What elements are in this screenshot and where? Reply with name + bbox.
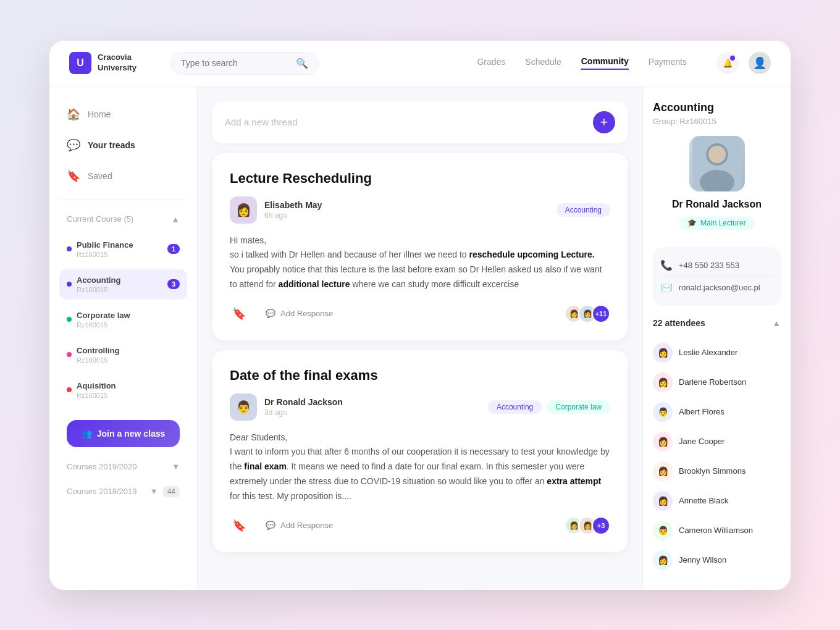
thread-meta-1: 👩 Elisabeth May 6h ago Accounting	[230, 196, 610, 224]
attendee-avatar-leslie: 👩	[653, 343, 673, 363]
course-info-controlling: Controlling Rz160015	[77, 346, 119, 364]
attendee-darlene: 👩 Darlene Robertson	[653, 368, 781, 397]
avatar-stack-1: 👩 👩 +11	[565, 304, 610, 323]
lecturer-section: Dr Ronald Jackson 🎓 Main Lecturer	[653, 136, 781, 247]
attendee-avatar-jane: 👩	[653, 432, 673, 452]
course-dot-public-finance	[67, 246, 72, 251]
attendee-cameron: 👨 Cameron Williamson	[653, 516, 781, 545]
sidebar: 🏠 Home 💬 Your treads 🔖 Saved Current Cou…	[49, 86, 198, 590]
response-label-2: Add Response	[280, 521, 333, 530]
search-input[interactable]	[181, 58, 291, 68]
thread-title-2: Date of the final exams	[230, 368, 610, 384]
course-id-public-finance: Rz160015	[77, 251, 133, 258]
attendee-name-jenny: Jenny Wilson	[679, 555, 726, 565]
footer-left-1: 🔖 💬 Add Response	[230, 304, 340, 323]
course-left-corporate: Corporate law Rz160015	[67, 311, 130, 329]
user-avatar-button[interactable]: 👤	[749, 52, 771, 74]
tags-row-2: Accounting Corporate law	[488, 400, 610, 414]
response-button-2[interactable]: 💬 Add Response	[258, 517, 340, 534]
sidebar-home-label: Home	[88, 109, 111, 119]
bookmark-button-1[interactable]: 🔖	[230, 304, 248, 323]
add-thread-button[interactable]: +	[593, 111, 615, 133]
attendee-annette: 👩 Annette Black	[653, 486, 781, 516]
home-icon: 🏠	[67, 107, 80, 121]
course-item-corporate[interactable]: Corporate law Rz160015	[59, 304, 187, 335]
lecturer-name: Dr Ronald Jackson	[672, 199, 762, 210]
author-name-1: Elisabeth May	[264, 200, 322, 210]
attendees-chevron-icon: ▲	[772, 318, 781, 328]
attendee-leslie: 👩 Leslie Alexander	[653, 338, 781, 368]
author-area-2: 👨 Dr Ronald Jackson 3d ago	[230, 393, 343, 421]
tags-row-1: Accounting	[556, 203, 610, 217]
course-left-aquisition: Aquisition Rz160015	[67, 381, 116, 399]
sidebar-item-treads[interactable]: 💬 Your treads	[59, 132, 187, 158]
course-dot-controlling	[67, 352, 72, 357]
author-time-1: 6h ago	[264, 211, 322, 220]
avatar-count-2: +3	[592, 516, 610, 535]
courses-2018-label: Courses 2018/2019	[67, 487, 136, 496]
response-button-1[interactable]: 💬 Add Response	[258, 305, 340, 322]
avatar-stack-2: 👩 👩 +3	[565, 516, 610, 535]
comment-icon-2: 💬	[266, 521, 275, 530]
attendee-avatar-darlene: 👩	[653, 372, 673, 392]
thread-card-2: Date of the final exams 👨 Dr Ronald Jack…	[212, 350, 628, 552]
courses-2018-section[interactable]: Courses 2018/2019 ▼ 44	[59, 481, 187, 502]
attendee-avatar-annette: 👩	[653, 491, 673, 511]
thread-footer-1: 🔖 💬 Add Response 👩 👩 +11	[230, 304, 610, 323]
lecturer-badge: 🎓 Main Lecturer	[679, 216, 754, 230]
nav-grades[interactable]: Grades	[477, 57, 505, 69]
tag-accounting-1: Accounting	[556, 203, 610, 217]
course-item-controlling[interactable]: Controlling Rz160015	[59, 340, 187, 370]
bookmark-button-2[interactable]: 🔖	[230, 516, 248, 535]
attendees-header[interactable]: 22 attendees ▲	[653, 318, 781, 328]
panel-subtitle: Group: Rz160015	[653, 117, 781, 126]
course-badge-public-finance: 1	[167, 244, 180, 254]
join-icon: 👥	[82, 429, 92, 439]
phone-icon: 📞	[660, 259, 673, 271]
content-area: Add a new thread + Lecture Rescheduling …	[198, 86, 642, 590]
course-id-corporate: Rz160015	[77, 321, 130, 329]
nav-community[interactable]: Community	[581, 56, 629, 70]
courses-2019-section[interactable]: Courses 2019/2020 ▼	[59, 457, 187, 476]
author-avatar-1: 👩	[230, 196, 257, 224]
thread-input-placeholder[interactable]: Add a new thread	[225, 117, 298, 127]
attendees-count: 22 attendees	[653, 318, 705, 328]
attendee-name-brooklyn: Brooklyn Simmons	[679, 466, 746, 476]
attendee-avatar-brooklyn: 👩	[653, 461, 673, 481]
author-name-2: Dr Ronald Jackson	[264, 397, 343, 407]
attendee-name-jane: Jane Cooper	[679, 437, 724, 446]
sidebar-item-saved[interactable]: 🔖 Saved	[59, 163, 187, 189]
attendee-name-cameron: Cameron Williamson	[679, 526, 753, 535]
courses-2019-label: Courses 2019/2020	[67, 462, 136, 471]
course-item-aquisition[interactable]: Aquisition Rz160015	[59, 375, 187, 405]
lecturer-badge-label: Main Lecturer	[700, 219, 746, 227]
join-class-button[interactable]: 👥 Join a new class	[67, 420, 180, 447]
sidebar-item-home[interactable]: 🏠 Home	[59, 101, 187, 127]
courses-2018-count: 44	[163, 486, 180, 497]
author-info-1: Elisabeth May 6h ago	[264, 200, 322, 220]
lecturer-info-box: 📞 +48 550 233 553 ✉️ ronald.jackson@uec.…	[653, 247, 781, 306]
course-id-accounting: Rz160015	[77, 286, 121, 293]
saved-icon: 🔖	[67, 169, 80, 183]
author-info-2: Dr Ronald Jackson 3d ago	[264, 397, 343, 417]
tag-corporate-2: Corporate law	[547, 400, 610, 414]
thread-card-1: Lecture Rescheduling 👩 Elisabeth May 6h …	[212, 153, 628, 340]
search-icon: 🔍	[296, 57, 308, 69]
right-panel: Accounting Group: Rz160015 Dr Ronald Jac…	[642, 86, 791, 590]
course-left-controlling: Controlling Rz160015	[67, 346, 119, 364]
lecturer-photo	[689, 136, 745, 191]
nav-payments[interactable]: Payments	[649, 57, 687, 69]
main-layout: 🏠 Home 💬 Your treads 🔖 Saved Current Cou…	[49, 86, 791, 590]
course-item-public-finance[interactable]: Public Finance Rz160015 1	[59, 234, 187, 264]
course-item-accounting[interactable]: Accounting Rz160015 3	[59, 269, 187, 300]
tag-accounting-2: Accounting	[488, 400, 542, 414]
current-courses-header[interactable]: Current Course (5) ▲	[59, 209, 187, 229]
notification-button[interactable]: 🔔	[716, 52, 739, 74]
nav-schedule[interactable]: Schedule	[525, 57, 561, 69]
search-bar[interactable]: 🔍	[170, 52, 319, 75]
comment-icon-1: 💬	[266, 309, 275, 318]
course-dot-corporate	[67, 317, 72, 322]
sidebar-divider-1	[59, 199, 187, 200]
attendee-avatar-jenny: 👩	[653, 550, 673, 570]
thread-body-1: Hi mates, so i talked with Dr Hellen and…	[230, 233, 610, 292]
